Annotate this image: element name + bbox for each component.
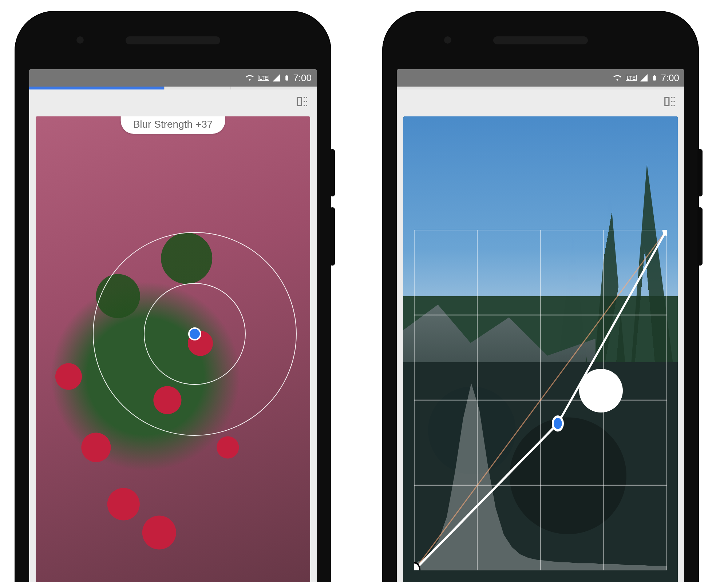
signal-icon (640, 73, 648, 82)
volume-button (697, 207, 703, 266)
status-bar: LTE 7:00 (397, 69, 684, 87)
network-label: LTE (258, 75, 269, 81)
value-slider[interactable] (29, 87, 317, 89)
battery-icon (284, 73, 290, 83)
touch-indicator (579, 369, 623, 412)
photo-flowers (36, 116, 310, 582)
screen-right: LTE 7:00 (397, 69, 684, 582)
svg-rect-3 (665, 97, 669, 105)
curves-editor[interactable] (414, 230, 667, 570)
earpiece (126, 36, 220, 44)
earpiece (493, 36, 588, 44)
status-bar: LTE 7:00 (29, 69, 317, 87)
volume-button (330, 207, 335, 266)
screen-left: LTE 7:00 Blur Strength +37 (29, 69, 317, 582)
signal-icon (272, 73, 281, 82)
power-button (330, 149, 335, 196)
wifi-icon (612, 73, 623, 82)
phone-right: LTE 7:00 (382, 11, 699, 582)
clock: 7:00 (661, 72, 679, 84)
front-camera (444, 36, 451, 44)
battery-icon (651, 73, 658, 83)
network-label: LTE (626, 75, 637, 81)
clock: 7:00 (293, 72, 312, 84)
top-toolbar (29, 89, 317, 113)
phone-left: LTE 7:00 Blur Strength +37 (15, 11, 331, 582)
top-toolbar (397, 89, 684, 113)
wifi-icon (244, 73, 255, 82)
compare-button[interactable] (663, 95, 677, 108)
value-pill-text: Blur Strength +37 (133, 119, 213, 130)
image-canvas[interactable]: Blur Strength +37 (36, 116, 310, 582)
front-camera (76, 36, 84, 44)
svg-rect-0 (297, 97, 301, 105)
compare-button[interactable] (296, 95, 309, 108)
value-slider (397, 87, 684, 89)
value-pill: Blur Strength +37 (121, 116, 225, 134)
power-button (697, 149, 703, 196)
curve-control-point[interactable] (553, 417, 563, 430)
image-canvas[interactable] (403, 116, 678, 582)
